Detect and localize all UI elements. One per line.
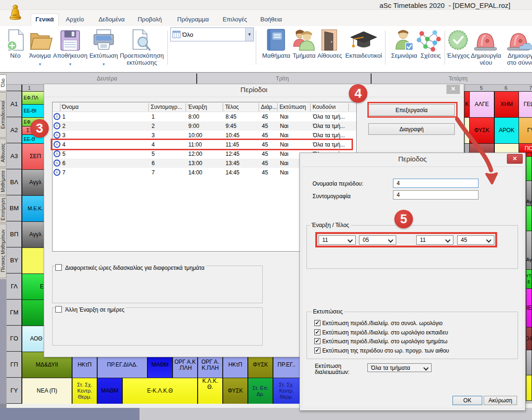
svg-text:asc: asc: [13, 13, 17, 17]
